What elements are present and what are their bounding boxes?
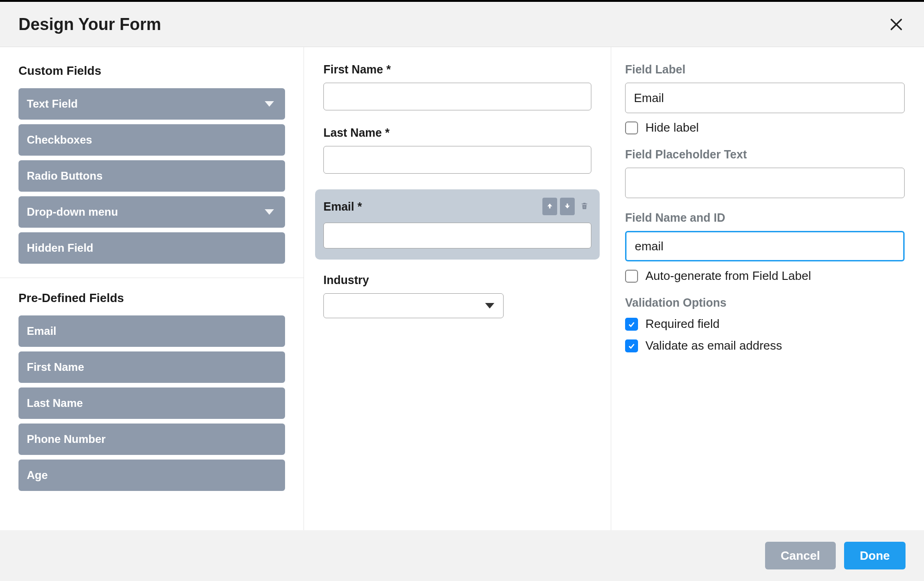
cancel-button[interactable]: Cancel — [765, 542, 836, 569]
autogen-checkbox[interactable]: Auto-generate from Field Label — [625, 269, 905, 283]
field-item-label: Hidden Field — [27, 242, 93, 254]
checkbox-icon — [625, 121, 638, 134]
panel-field-properties: Field Label Hide label Field Placeholder… — [611, 47, 924, 530]
modal-body: Custom Fields Text FieldCheckboxesRadio … — [0, 47, 924, 530]
done-button[interactable]: Done — [844, 542, 906, 569]
prop-fieldname-title: Field Name and ID — [625, 211, 905, 224]
field-item-label: Phone Number — [27, 433, 106, 446]
predefined-field-item[interactable]: Age — [18, 460, 285, 491]
preview-input-email[interactable] — [323, 223, 591, 248]
panel-left: Custom Fields Text FieldCheckboxesRadio … — [0, 47, 304, 530]
custom-field-item[interactable]: Checkboxes — [18, 124, 285, 156]
predefined-fields-section: Pre-Defined Fields EmailFirst NameLast N… — [0, 278, 304, 505]
predefined-field-item[interactable]: Email — [18, 315, 285, 347]
move-up-button[interactable] — [542, 198, 557, 215]
prop-fieldname-block: Field Name and ID Auto-generate from Fie… — [625, 211, 905, 283]
required-checkbox[interactable]: Required field — [625, 317, 905, 331]
arrow-up-icon — [546, 202, 554, 212]
prop-field-label-title: Field Label — [625, 63, 905, 76]
preview-input-first-name[interactable] — [323, 83, 591, 110]
field-item-label: Last Name — [27, 397, 83, 410]
chevron-down-icon — [265, 101, 274, 107]
selected-field-actions — [542, 198, 591, 215]
custom-fields-section: Custom Fields Text FieldCheckboxesRadio … — [0, 47, 304, 278]
preview-select-industry[interactable] — [323, 293, 504, 318]
validate-email-text: Validate as email address — [645, 339, 782, 353]
predefined-fields-heading: Pre-Defined Fields — [18, 291, 285, 305]
prop-validation-title: Validation Options — [625, 296, 905, 309]
delete-field-button[interactable] — [578, 198, 591, 215]
hide-label-checkbox[interactable]: Hide label — [625, 121, 905, 135]
validate-email-checkbox[interactable]: Validate as email address — [625, 339, 905, 353]
autogen-text: Auto-generate from Field Label — [645, 269, 811, 283]
hide-label-text: Hide label — [645, 121, 699, 135]
placeholder-input[interactable] — [625, 168, 905, 198]
custom-field-item[interactable]: Radio Buttons — [18, 160, 285, 192]
predefined-fields-list: EmailFirst NameLast NamePhone NumberAge — [18, 315, 285, 491]
custom-fields-list: Text FieldCheckboxesRadio ButtonsDrop-do… — [18, 88, 285, 264]
preview-label-industry: Industry — [323, 273, 591, 287]
preview-field-first-name[interactable]: First Name * — [315, 63, 600, 110]
required-text: Required field — [645, 317, 719, 331]
prop-field-label-block: Field Label Hide label — [625, 63, 905, 135]
predefined-field-item[interactable]: First Name — [18, 351, 285, 383]
close-icon[interactable] — [887, 15, 906, 34]
preview-input-last-name[interactable] — [323, 146, 591, 174]
checkbox-checked-icon — [625, 339, 638, 352]
panel-form-preview: First Name * Last Name * Email * — [304, 47, 611, 530]
preview-field-email-selected[interactable]: Email * — [315, 189, 600, 260]
field-item-label: First Name — [27, 361, 84, 374]
field-label-input[interactable] — [625, 83, 905, 113]
checkbox-icon — [625, 270, 638, 283]
custom-field-item[interactable]: Text Field — [18, 88, 285, 120]
modal-title: Design Your Form — [18, 15, 161, 34]
prop-placeholder-title: Field Placeholder Text — [625, 148, 905, 161]
custom-field-item[interactable]: Hidden Field — [18, 232, 285, 264]
field-item-label: Age — [27, 469, 48, 482]
field-item-label: Email — [27, 325, 56, 338]
field-name-input[interactable] — [625, 231, 905, 261]
chevron-down-icon — [265, 209, 274, 215]
field-item-label: Radio Buttons — [27, 169, 103, 182]
arrow-down-icon — [563, 202, 571, 212]
predefined-field-item[interactable]: Phone Number — [18, 424, 285, 455]
preview-field-last-name[interactable]: Last Name * — [315, 126, 600, 174]
checkbox-checked-icon — [625, 318, 638, 331]
custom-field-item[interactable]: Drop-down menu — [18, 196, 285, 228]
field-item-label: Checkboxes — [27, 133, 92, 146]
custom-fields-heading: Custom Fields — [18, 64, 285, 78]
preview-label-email: Email * — [323, 200, 362, 213]
trash-icon — [580, 202, 589, 212]
field-item-label: Text Field — [27, 97, 78, 110]
move-down-button[interactable] — [560, 198, 575, 215]
modal-header: Design Your Form — [0, 2, 924, 47]
form-designer-modal: Design Your Form Custom Fields Text Fiel… — [0, 0, 924, 581]
modal-footer: Cancel Done — [0, 530, 924, 581]
preview-label-first-name: First Name * — [323, 63, 591, 76]
prop-placeholder-block: Field Placeholder Text — [625, 148, 905, 198]
predefined-field-item[interactable]: Last Name — [18, 387, 285, 419]
prop-validation-block: Validation Options Required field Valida… — [625, 296, 905, 353]
preview-label-last-name: Last Name * — [323, 126, 591, 139]
preview-field-industry[interactable]: Industry — [315, 273, 600, 318]
field-item-label: Drop-down menu — [27, 206, 118, 218]
